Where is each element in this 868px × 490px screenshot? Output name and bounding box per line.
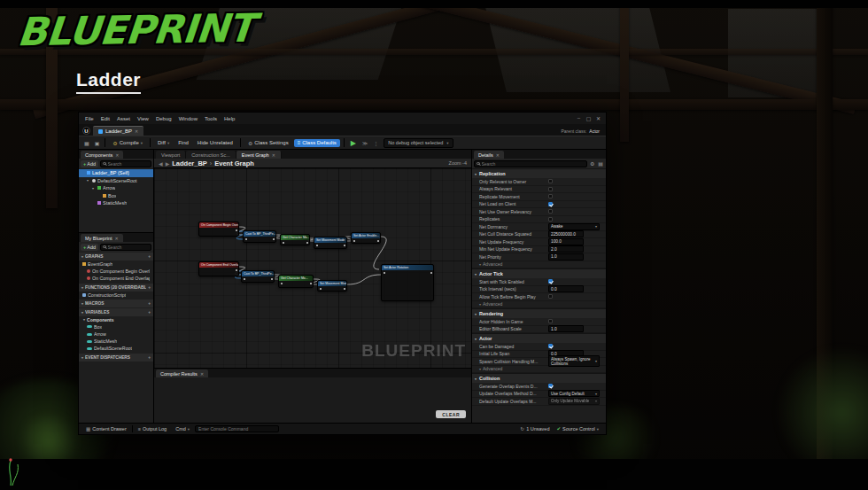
bp-item-eventgraph[interactable]: EventGraph xyxy=(79,261,153,268)
value-field[interactable]: 100.0 xyxy=(548,238,584,245)
dropdown[interactable]: Always Spawn, Ignore Collisions▾ xyxy=(548,355,600,367)
add-icon[interactable]: + xyxy=(148,254,151,259)
node-set-actor-rotation[interactable]: Set Actor Rotation xyxy=(381,264,434,301)
tree-item-ladder-bp-self[interactable]: Ladder_BP (Self) xyxy=(79,169,153,177)
clear-button[interactable]: CLEAR xyxy=(436,410,466,418)
parent-class-value[interactable]: Actor xyxy=(589,128,600,134)
menu-tools[interactable]: Tools xyxy=(201,116,221,121)
node-set-movement-mode[interactable]: Set Movement Mode xyxy=(317,280,347,292)
bp-item-on-component-begin-overlap-box[interactable]: On Component Begin Overlap (Box xyxy=(79,268,153,275)
source-control-button[interactable]: ✔ Source Control ▾ xyxy=(553,426,602,432)
node-set-actor-enable[interactable]: Set Actor Enable... xyxy=(351,232,381,244)
checkbox[interactable] xyxy=(548,217,553,222)
compile-button[interactable]: ⚙ Compile ▾ xyxy=(109,138,146,147)
checkbox[interactable] xyxy=(548,187,553,191)
node-cast-to-bp-thirdpe[interactable]: Cast To BP_ThirdPe... xyxy=(241,270,275,283)
value-field[interactable]: 225000000.0 xyxy=(548,230,584,237)
close-button[interactable]: ✕ xyxy=(593,115,603,121)
checkbox[interactable] xyxy=(548,384,553,388)
my-blueprint-search[interactable] xyxy=(100,244,151,251)
tab-components[interactable]: Components ✕ xyxy=(81,151,123,159)
details-section-replication[interactable]: ▾Replication xyxy=(472,168,606,178)
add-blueprint-item-button[interactable]: + Add xyxy=(81,244,98,251)
breadcrumb-event-graph[interactable]: Event Graph xyxy=(214,159,254,167)
bp-item-arrow[interactable]: Arrow xyxy=(79,331,153,338)
browse-content-icon[interactable]: ▣ xyxy=(93,140,102,146)
close-tab-icon[interactable]: ✕ xyxy=(115,152,119,158)
tab-viewport[interactable]: Viewport xyxy=(156,151,186,159)
debug-object-select[interactable]: No debug object selected ▾ xyxy=(384,138,453,148)
close-tab-icon[interactable]: ✕ xyxy=(115,236,119,241)
checkbox[interactable] xyxy=(548,179,553,183)
close-tab-icon[interactable]: ✕ xyxy=(135,128,138,134)
add-icon[interactable]: + xyxy=(148,301,151,306)
content-drawer-button[interactable]: ▦ Content Drawer xyxy=(82,426,130,432)
close-tab-icon[interactable]: ✕ xyxy=(200,371,204,377)
value-field[interactable]: 1.0 xyxy=(548,325,584,332)
tab-event-graph[interactable]: Event Graph✕ xyxy=(236,151,282,159)
menu-file[interactable]: File xyxy=(81,116,97,121)
components-search[interactable] xyxy=(100,160,151,167)
graph-canvas[interactable]: BLUEPRINT On Component Begin Overlap (Bo… xyxy=(154,168,471,368)
class-defaults-button[interactable]: ≡ Class Defaults xyxy=(294,139,340,147)
gear-icon[interactable]: ⚙ xyxy=(589,160,595,167)
tree-item-defaultsceneroot[interactable]: ▾DefaultSceneRoot xyxy=(79,177,153,185)
minimize-button[interactable]: – xyxy=(574,115,584,121)
checkbox[interactable] xyxy=(548,319,553,323)
checkbox[interactable] xyxy=(548,202,553,206)
unsaved-indicator[interactable]: ↻ 1 Unsaved xyxy=(517,426,554,432)
menu-view[interactable]: View xyxy=(134,116,152,121)
node-set-movement-mode[interactable]: Set Movement Mode xyxy=(314,237,347,249)
value-field[interactable]: 2.0 xyxy=(548,245,584,253)
section-functions-20-overridable[interactable]: ▾FUNCTIONS (20 OVERRIDABLE)+ xyxy=(79,284,153,292)
menu-help[interactable]: Help xyxy=(221,116,238,121)
section-graphs[interactable]: ▾GRAPHS+ xyxy=(79,253,153,261)
bp-item-box[interactable]: Box xyxy=(79,323,153,331)
breadcrumb-ladder-bp[interactable]: Ladder_BP xyxy=(172,159,207,167)
output-log-button[interactable]: ≡ Output Log xyxy=(135,426,170,432)
node-get-character-mo[interactable]: Get Character Mo... xyxy=(278,275,314,288)
menu-edit[interactable]: Edit xyxy=(97,116,113,121)
node-on-component-end-overlap-box[interactable]: On Component End Overlap (Box) xyxy=(198,261,239,276)
dropdown[interactable]: Use Config Default▾ xyxy=(548,390,600,397)
close-tab-icon[interactable]: ✕ xyxy=(496,152,500,158)
bp-item-defaultsceneroot[interactable]: DefaultSceneRoot xyxy=(79,345,153,352)
add-icon[interactable]: + xyxy=(148,285,151,290)
console-command-input[interactable] xyxy=(195,425,279,432)
hide-unrelated-button[interactable]: Hide Unrelated xyxy=(194,139,236,147)
details-search[interactable] xyxy=(474,160,587,167)
forward-arrow-icon[interactable]: ▶ xyxy=(166,160,170,167)
dropdown[interactable]: Only Update Movable▾ xyxy=(548,398,600,405)
menu-debug[interactable]: Debug xyxy=(152,116,175,121)
section-event-dispatchers[interactable]: ▾EVENT DISPATCHERS+ xyxy=(79,354,153,362)
section-variables[interactable]: ▾VARIABLES+ xyxy=(79,308,153,316)
find-button[interactable]: Find xyxy=(174,139,192,147)
node-on-component-begin-overlap-box[interactable]: On Component Begin Overlap (Box) xyxy=(198,222,239,237)
checkbox[interactable] xyxy=(548,294,553,299)
asset-tab-ladder-bp[interactable]: Ladder_BP ✕ xyxy=(93,126,143,136)
add-icon[interactable]: + xyxy=(148,310,151,315)
diff-button[interactable]: Diff ▾ xyxy=(154,139,173,147)
add-component-button[interactable]: + Add xyxy=(81,160,98,167)
bp-item-staticmesh[interactable]: StaticMesh xyxy=(79,338,153,345)
cmd-dropdown[interactable]: Cmd ▾ xyxy=(172,426,193,432)
value-field[interactable]: 1.0 xyxy=(548,253,584,261)
menu-window[interactable]: Window xyxy=(175,116,201,121)
bp-item-on-component-end-overlap-box[interactable]: On Component End Overlap (Box) xyxy=(79,275,153,282)
value-field[interactable]: 0.0 xyxy=(548,285,584,292)
more-options-icon[interactable]: ⋮ xyxy=(371,140,380,146)
property-advanced[interactable]: ▾Advanced xyxy=(472,261,606,269)
property-advanced[interactable]: ▾Advanced xyxy=(472,301,606,309)
tab-construction-sc[interactable]: Construction Sc... xyxy=(186,151,236,159)
tree-item-staticmesh[interactable]: StaticMesh xyxy=(79,199,153,207)
tree-item-box[interactable]: Box xyxy=(79,192,153,200)
frame-skip-icon[interactable]: ≫ xyxy=(360,140,369,146)
tab-details[interactable]: Details ✕ xyxy=(474,151,504,159)
play-button[interactable]: ▶ xyxy=(348,139,359,147)
checkbox[interactable] xyxy=(548,344,553,348)
tab-my-blueprint[interactable]: My Blueprint ✕ xyxy=(81,234,123,242)
section-macros[interactable]: ▾MACROS+ xyxy=(79,299,153,307)
maximize-button[interactable]: ▢ xyxy=(584,115,593,121)
details-section-collision[interactable]: ▾Collision xyxy=(472,373,606,383)
bp-item-constructionscript[interactable]: ConstructionScript xyxy=(79,292,153,299)
